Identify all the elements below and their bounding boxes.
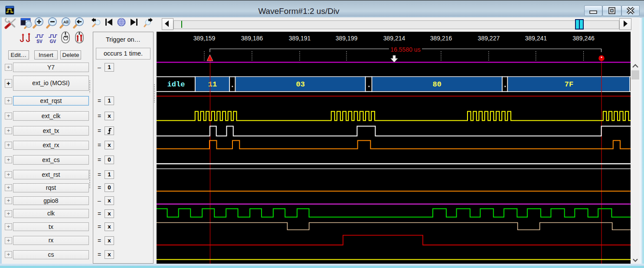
svg-text:389,214: 389,214	[383, 35, 405, 42]
svg-text:SV: SV	[36, 39, 42, 44]
svg-text:idle: idle	[167, 80, 185, 89]
svg-text:389,199: 389,199	[336, 35, 358, 42]
svg-text:389,227: 389,227	[478, 35, 500, 42]
svg-text:389,186: 389,186	[241, 35, 263, 42]
svg-text:389,159: 389,159	[193, 35, 216, 42]
svg-text:389,216: 389,216	[430, 35, 452, 42]
svg-text:GV: GV	[50, 39, 56, 44]
svg-text:11: 11	[208, 80, 217, 89]
svg-text:389,191: 389,191	[289, 35, 311, 42]
svg-text:All: All	[63, 20, 69, 24]
svg-text:80: 80	[433, 80, 441, 89]
svg-text:03: 03	[296, 80, 304, 89]
svg-text:389,241: 389,241	[525, 35, 547, 42]
svg-text:7F: 7F	[565, 80, 573, 89]
svg-text:16.5580 us: 16.5580 us	[390, 46, 420, 53]
svg-text:389,246: 389,246	[572, 35, 595, 42]
